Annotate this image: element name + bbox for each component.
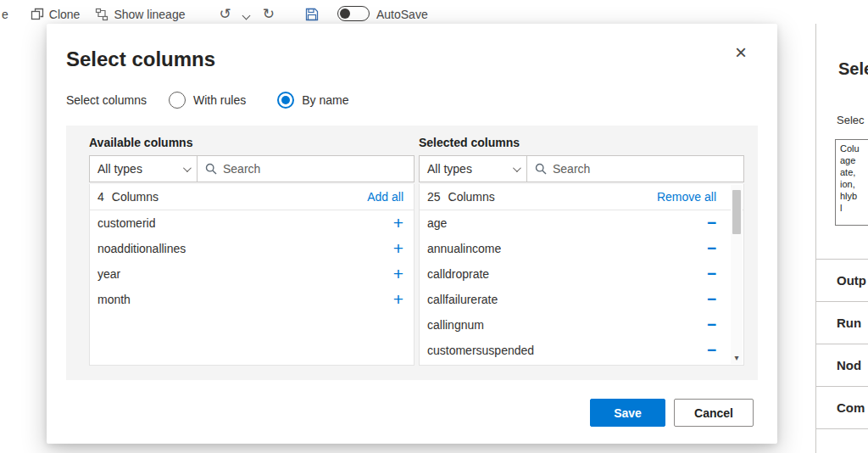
available-count-row: 4 Columns Add all: [90, 184, 414, 210]
selected-count-value: 25: [427, 190, 441, 204]
remove-column-icon[interactable]: −: [707, 266, 716, 282]
columns-picker-panel: Available columns All types: [66, 126, 758, 380]
search-icon: [535, 163, 547, 175]
autosave-label: AutoSave: [376, 8, 428, 21]
clone-label: Clone: [49, 8, 81, 21]
panel-section-outputs[interactable]: Outp: [816, 259, 868, 301]
summary-line: l: [840, 202, 868, 214]
summary-line: ate,: [840, 166, 868, 178]
panel-section-run[interactable]: Run: [816, 301, 868, 344]
list-item[interactable]: customersuspended −: [420, 338, 743, 363]
app-screen: e Clone Show lineage ↺ ↻: [0, 0, 868, 453]
available-controls: All types: [89, 155, 415, 182]
chevron-down-icon: [242, 12, 250, 20]
remove-column-icon[interactable]: −: [707, 215, 716, 232]
select-mode-radio-group: Select columns With rules By name: [66, 92, 380, 109]
scroll-down-icon[interactable]: ▾: [731, 353, 743, 362]
summary-line: age: [840, 154, 868, 166]
available-type-filter-dropdown[interactable]: All types: [89, 155, 198, 182]
selected-controls: All types: [419, 155, 744, 182]
top-toolbar: e Clone Show lineage ↺ ↻: [0, 0, 868, 24]
column-name: annualincome: [427, 242, 501, 255]
list-item[interactable]: callingnum −: [420, 312, 743, 338]
selected-count: 25 Columns: [427, 190, 495, 204]
available-columns-list: 4 Columns Add all customerid + noadditio…: [89, 184, 415, 366]
remove-column-icon[interactable]: −: [707, 291, 716, 308]
list-item[interactable]: callfailurerate −: [420, 287, 743, 312]
panel-field-label: Selec: [837, 114, 865, 126]
list-item[interactable]: year +: [90, 261, 414, 287]
summary-line: hlyb: [840, 190, 868, 202]
radio-with-rules-label: With rules: [193, 93, 246, 107]
selected-columns-header: Selected columns: [419, 136, 744, 149]
selected-type-filter-value: All types: [427, 162, 472, 176]
remove-column-icon[interactable]: −: [707, 316, 716, 333]
list-item[interactable]: age −: [420, 210, 743, 236]
chevron-down-icon: [513, 164, 521, 172]
toolbar-edge-text: e: [2, 8, 8, 21]
show-lineage-button[interactable]: Show lineage: [95, 8, 185, 21]
scrollbar-thumb[interactable]: [732, 190, 741, 234]
chevron-down-icon: [183, 164, 192, 172]
selected-count-unit: Columns: [448, 190, 495, 204]
panel-summary-box[interactable]: Colu age ate, ion, hlyb l: [835, 139, 868, 226]
redo-button[interactable]: ↻: [263, 8, 275, 21]
radio-with-rules[interactable]: With rules: [169, 92, 246, 109]
available-search-box: [198, 155, 415, 182]
remove-column-icon[interactable]: −: [707, 342, 716, 359]
column-name: callingnum: [427, 318, 484, 332]
toggle-track: [337, 6, 370, 21]
clone-button[interactable]: Clone: [31, 8, 81, 21]
list-item[interactable]: noadditionallines +: [90, 236, 414, 261]
dialog-footer: Save Cancel: [590, 399, 754, 427]
remove-column-icon[interactable]: −: [707, 240, 716, 257]
list-item[interactable]: month +: [90, 287, 414, 312]
remove-all-link[interactable]: Remove all: [657, 190, 716, 204]
undo-button[interactable]: ↺: [219, 8, 231, 21]
panel-section-node[interactable]: Nod: [816, 344, 868, 386]
add-column-icon[interactable]: +: [393, 266, 403, 282]
undo-history-dropdown[interactable]: [243, 13, 249, 21]
panel-title: Sele: [838, 59, 868, 79]
available-count: 4 Columns: [97, 190, 159, 204]
select-columns-dialog: Select columns × Select columns With rul…: [47, 24, 777, 444]
undo-icon: ↺: [219, 8, 231, 21]
add-column-icon[interactable]: +: [393, 215, 403, 232]
selected-columns-section: Selected columns All types: [419, 136, 744, 368]
save-button[interactable]: Save: [590, 399, 665, 427]
summary-line: Colu: [840, 143, 868, 154]
close-icon[interactable]: ×: [735, 42, 747, 63]
list-item[interactable]: annualincome −: [420, 236, 743, 261]
selected-count-row: 25 Columns Remove all: [420, 184, 743, 210]
lineage-icon: [95, 8, 108, 21]
list-item[interactable]: customerid +: [90, 210, 414, 236]
clone-icon: [31, 8, 44, 21]
scrollbar[interactable]: ▾: [731, 185, 743, 364]
selected-type-filter-dropdown[interactable]: All types: [419, 155, 527, 182]
radio-by-name-label: By name: [302, 93, 348, 107]
toggle-knob: [340, 8, 350, 19]
show-lineage-label: Show lineage: [114, 8, 185, 21]
panel-section-comments[interactable]: Com: [816, 386, 868, 428]
autosave-toggle[interactable]: [337, 6, 370, 21]
cancel-button[interactable]: Cancel: [674, 399, 754, 427]
add-column-icon[interactable]: +: [393, 291, 403, 308]
add-column-icon[interactable]: +: [393, 240, 403, 257]
list-item[interactable]: calldroprate −: [420, 261, 743, 287]
available-columns-section: Available columns All types: [89, 136, 415, 368]
available-count-value: 4: [97, 190, 104, 204]
radio-by-name[interactable]: By name: [277, 92, 348, 109]
selected-columns-list: 25 Columns Remove all age − annualincome…: [419, 184, 744, 366]
summary-line: ion,: [840, 178, 868, 190]
search-icon: [205, 163, 217, 175]
column-name: customersuspended: [427, 344, 534, 357]
column-name: age: [427, 216, 447, 230]
column-name: customerid: [97, 216, 155, 230]
selected-search-input[interactable]: [553, 162, 736, 176]
add-all-link[interactable]: Add all: [367, 190, 403, 204]
right-properties-panel: Sele Selec Colu age ate, ion, hlyb l Out…: [815, 24, 868, 453]
column-name: calldroprate: [427, 267, 489, 281]
available-search-input[interactable]: [223, 162, 406, 176]
available-type-filter-value: All types: [97, 162, 142, 176]
save-button-toolbar[interactable]: [305, 8, 319, 21]
